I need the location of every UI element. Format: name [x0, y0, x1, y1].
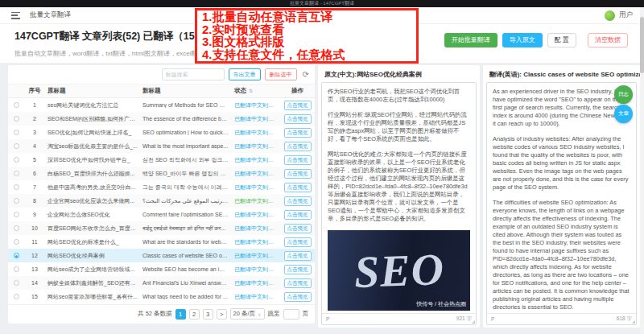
- preview-button[interactable]: 点击预览: [284, 224, 312, 233]
- resize-handle[interactable]: [632, 320, 635, 324]
- translation-panel-title: 翻译(英语): Classic cases of website SEO opt…: [483, 65, 640, 82]
- row-source-title: SEO优化|如何让网站快速上排名_: [45, 129, 140, 137]
- next-page-button[interactable]: >: [217, 309, 227, 320]
- table-row[interactable]: 2SEO和SEM的区别精髓,如何推广成...The essence of the…: [8, 112, 315, 126]
- row-radio[interactable]: [14, 143, 19, 149]
- window-title: 批量文章翻译 - 147CGPT翻译: [290, 1, 354, 6]
- import-source-button[interactable]: 导入原文: [502, 33, 543, 47]
- row-radio[interactable]: [14, 102, 19, 108]
- preview-button[interactable]: 点击预览: [284, 169, 312, 179]
- sort-icon[interactable]: ⇅: [249, 89, 253, 93]
- preview-button[interactable]: 点击预览: [284, 114, 312, 124]
- preview-button[interactable]: 点击预览: [284, 128, 312, 138]
- log-float-button[interactable]: 日志: [614, 85, 633, 104]
- status-badge: 已翻译中文到韩语: [232, 156, 280, 164]
- row-no: 7: [24, 184, 45, 190]
- row-radio[interactable]: [14, 198, 19, 204]
- row-radio[interactable]: [14, 294, 19, 299]
- table-row[interactable]: 14蚂蚁全媒体刘鑫炜解答_SEO还有以...Ant Financial's Li…: [8, 276, 315, 290]
- clear-data-button[interactable]: 清空数据: [588, 33, 628, 47]
- search-input[interactable]: [162, 68, 225, 80]
- table-row[interactable]: 7他是中国高考的另类,故意交0分白...그는 중국의 대학 수능에서 이례적인 …: [8, 180, 315, 194]
- preview-button[interactable]: 点击预览: [284, 251, 312, 261]
- header-actions: 开始批量翻译 导入原文 配 置 清空数据: [444, 33, 628, 47]
- status-badge: 已翻译中文到韩语: [232, 170, 280, 178]
- table-row[interactable]: 5深圳SEO优化中如何找外链平台_심천 SEO 최적화에서 외부 링크 플랫폼.…: [8, 153, 315, 167]
- per-page-select[interactable]: 20 条/页∨: [230, 308, 265, 320]
- row-no: 13: [24, 266, 45, 272]
- preview-button[interactable]: 点击预览: [284, 155, 312, 165]
- status-badge: 已翻译中文到英语: [232, 293, 280, 301]
- col-status[interactable]: 状态⇅: [232, 87, 280, 95]
- row-radio[interactable]: [14, 212, 19, 217]
- page-scrollbar[interactable]: [640, 7, 644, 334]
- export-articles-button[interactable]: 导出文章: [229, 68, 261, 80]
- row-no: 8: [24, 198, 45, 204]
- page-list: 123: [175, 309, 213, 320]
- article-float-button[interactable]: 文章: [614, 105, 633, 123]
- row-radio[interactable]: [14, 239, 19, 245]
- source-editor[interactable]: 作为SEO行业的老司机，我把SEO这个词优化到首页，现在指数在4000左右(过年…: [321, 82, 477, 325]
- resize-handle[interactable]: [472, 320, 475, 324]
- source-paragraphs: 作为SEO行业的老司机，我把SEO这个词优化到首页，现在指数在4000左右(过年…: [328, 88, 470, 223]
- word-count: 618 字: [617, 315, 632, 323]
- row-new-title: Website SEO has become an imp...: [140, 266, 232, 272]
- jump-page-input[interactable]: [283, 309, 299, 320]
- preview-button[interactable]: 点击预览: [284, 196, 312, 206]
- preview-button[interactable]: 点击预览: [284, 237, 312, 247]
- table-row[interactable]: 10百度SEO网站不收录怎么办_百度站...बाईदू एसईओ वेबसाइट…: [8, 221, 315, 235]
- row-radio[interactable]: [14, 225, 19, 231]
- table-row[interactable]: 3SEO优化|如何让网站快速上排名_SEO optimization | How…: [8, 126, 315, 139]
- row-radio[interactable]: [14, 253, 19, 258]
- delete-selected-button[interactable]: 删除选中: [265, 68, 297, 80]
- table-row[interactable]: 15网站seo需要添加哪些标签_各有什...What tags need to …: [8, 290, 315, 303]
- preview-button[interactable]: 点击预览: [284, 278, 312, 288]
- config-button[interactable]: 配 置: [547, 33, 576, 47]
- annotation-line: 3.图文格式排版: [202, 35, 411, 48]
- main-area: 导出文章 删除选中 ⟳ 序号 原标题 新标题 状态⇅ 操作 1seo网站关键词优…: [0, 63, 644, 334]
- translation-editor[interactable]: As an experienced driver in the SEO indu…: [486, 82, 637, 325]
- jump-label: 跳至: [268, 310, 280, 318]
- preview-button[interactable]: 点击预览: [284, 183, 312, 192]
- table-row[interactable]: 4淘宝seo标题优化最主要的是什么_...What is the most im…: [8, 139, 315, 153]
- row-radio[interactable]: [14, 171, 19, 176]
- row-new-title: Ant Financial's Liu Xinwei answer...: [140, 280, 232, 286]
- status-badge: 已翻译中文到阿拉伯语: [232, 197, 280, 205]
- page-button[interactable]: 2: [189, 309, 200, 320]
- source-panel-title: 原文(中文):网站SEO优化经典案例: [318, 65, 480, 82]
- table-row[interactable]: 6白杨SEO_百度快排为什么还能操...백양 SEO_바이두 빠른 랭킹의 이유…: [8, 167, 315, 180]
- table-row[interactable]: 12网站SEO优化经典案例Classic cases of website SE…: [8, 249, 315, 262]
- row-radio[interactable]: [14, 184, 19, 190]
- row-source-title: 百度SEO网站不收录怎么办_百度站...: [45, 225, 140, 233]
- row-no: 1: [24, 102, 45, 108]
- table-row[interactable]: 1seo网站关键词优化方法汇总Summary of Methods for SE…: [8, 98, 315, 112]
- row-radio[interactable]: [14, 130, 19, 135]
- row-no: 11: [24, 239, 45, 245]
- preview-button[interactable]: 点击预览: [284, 142, 312, 151]
- preview-button[interactable]: 点击预览: [284, 210, 312, 220]
- row-radio[interactable]: [14, 280, 19, 286]
- refresh-icon[interactable]: ⟳: [303, 70, 309, 79]
- table-row[interactable]: 9企业网站怎么做SEO优化Comment faire l'optimisatio…: [8, 208, 315, 221]
- user-label[interactable]: 用户: [619, 10, 633, 20]
- table-row[interactable]: 8企业官网seo优化应该怎么来做网...كيفية تحسين ترتيب ال…: [8, 194, 315, 208]
- translation-editor-footer: P 618 字: [487, 313, 636, 324]
- menu-collapse-icon[interactable]: [11, 12, 20, 19]
- preview-button[interactable]: 点击预览: [284, 101, 312, 110]
- table-toolbar: 导出文章 删除选中 ⟳: [8, 65, 315, 84]
- scrollbar-thumb[interactable]: [640, 17, 644, 73]
- row-no: 14: [24, 280, 45, 286]
- preview-button[interactable]: 点击预览: [284, 292, 312, 302]
- row-radio[interactable]: [14, 266, 19, 272]
- row-no: 5: [24, 157, 45, 163]
- preview-button[interactable]: 点击预览: [284, 265, 312, 274]
- jump-suffix: 页: [303, 310, 309, 318]
- page-button[interactable]: 3: [203, 309, 213, 320]
- row-radio[interactable]: [14, 157, 19, 163]
- avatar[interactable]: [605, 10, 615, 21]
- table-row[interactable]: 11网站SEO优化的标准是什么_What are the standards f…: [8, 235, 315, 249]
- page-button[interactable]: 1: [175, 309, 186, 320]
- table-row[interactable]: 13网站seo成为了企业网络营销领域...Website SEO has bec…: [8, 262, 315, 276]
- start-batch-translate-button[interactable]: 开始批量翻译: [444, 33, 497, 47]
- row-radio[interactable]: [14, 116, 19, 122]
